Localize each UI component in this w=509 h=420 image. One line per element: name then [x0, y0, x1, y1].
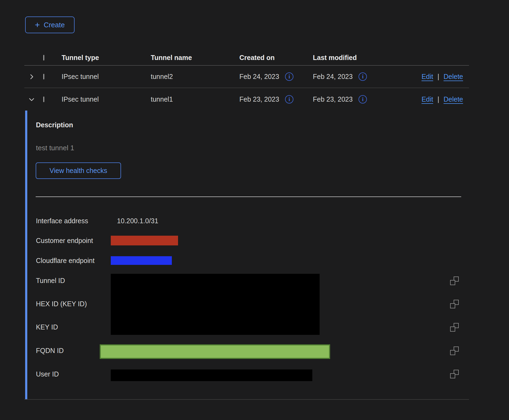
cell-tunnel-name: tunnel2 — [151, 73, 239, 81]
copy-icon-front — [450, 373, 455, 378]
hex-id-label: HEX ID (KEY ID) — [36, 299, 87, 308]
copy-icon-front — [450, 280, 455, 285]
header-tunnel-name: Tunnel name — [151, 54, 239, 62]
copy-icon-front — [450, 350, 455, 355]
header-tunnel-type: Tunnel type — [62, 54, 151, 62]
copy-icon[interactable] — [450, 323, 459, 332]
row-checkbox[interactable] — [43, 96, 44, 102]
tunnel-id-label: Tunnel ID — [36, 276, 65, 285]
cloudflare-endpoint-redacted-value — [111, 256, 172, 265]
table-row: IPsec tunnel tunnel2 Feb 24, 2023 i Feb … — [24, 66, 469, 88]
description-value: test tunnel 1 — [36, 144, 74, 152]
action-separator: | — [437, 73, 439, 81]
view-health-checks-button[interactable]: View health checks — [36, 162, 121, 179]
view-health-checks-label: View health checks — [49, 167, 107, 175]
fqdn-id-label: FQDN ID — [36, 346, 64, 355]
select-all-checkbox[interactable] — [43, 55, 44, 61]
copy-icon[interactable] — [450, 346, 459, 355]
copy-icon[interactable] — [450, 370, 459, 378]
copy-icon-front — [450, 303, 455, 308]
description-label: Description — [36, 121, 73, 129]
table-row: IPsec tunnel tunnel1 Feb 23, 2023 i Feb … — [24, 88, 469, 111]
ids-redacted-value — [111, 274, 320, 335]
interface-address-value: 10.200.1.0/31 — [117, 216, 158, 225]
expanded-row-panel: Description test tunnel 1 View health ch… — [24, 111, 469, 400]
delete-link[interactable]: Delete — [444, 95, 463, 103]
panel-divider — [36, 196, 461, 197]
table-header-row: Tunnel type Tunnel name Created on Last … — [24, 50, 469, 66]
copy-icon[interactable] — [450, 276, 459, 285]
fqdn-id-redacted-value — [100, 344, 330, 359]
create-button-label: Create — [44, 21, 65, 29]
copy-icon[interactable] — [450, 300, 459, 308]
tunnels-table: Tunnel type Tunnel name Created on Last … — [24, 50, 469, 400]
cell-last-modified: Feb 24, 2023 — [313, 73, 353, 81]
customer-endpoint-redacted-value — [111, 236, 178, 245]
edit-link[interactable]: Edit — [421, 73, 433, 81]
chevron-right-icon[interactable] — [24, 73, 43, 80]
header-last-modified: Last modified — [313, 54, 413, 62]
chevron-down-icon[interactable] — [24, 96, 43, 103]
user-id-label: User ID — [36, 370, 59, 378]
cell-created-on: Feb 23, 2023 — [239, 95, 279, 103]
info-icon[interactable]: i — [359, 72, 367, 81]
delete-link[interactable]: Delete — [444, 73, 463, 81]
cell-last-modified: Feb 23, 2023 — [313, 95, 353, 103]
edit-link[interactable]: Edit — [421, 95, 433, 103]
info-icon[interactable]: i — [285, 72, 293, 81]
info-icon[interactable]: i — [285, 95, 293, 104]
cell-tunnel-type: IPsec tunnel — [62, 95, 151, 103]
copy-icon-front — [450, 326, 455, 332]
row-checkbox[interactable] — [43, 74, 44, 79]
plus-icon: + — [35, 21, 40, 29]
cloudflare-endpoint-label: Cloudflare endpoint — [36, 256, 95, 265]
create-button[interactable]: + Create — [25, 16, 75, 33]
key-id-label: KEY ID — [36, 323, 58, 331]
cell-tunnel-type: IPsec tunnel — [62, 73, 151, 81]
cell-created-on: Feb 24, 2023 — [239, 73, 279, 81]
info-icon[interactable]: i — [359, 95, 367, 104]
header-created-on: Created on — [239, 54, 313, 62]
customer-endpoint-label: Customer endpoint — [36, 236, 93, 245]
cell-tunnel-name: tunnel1 — [151, 95, 239, 103]
user-id-redacted-value — [111, 369, 312, 381]
action-separator: | — [437, 95, 439, 103]
expansion-accent-bar — [25, 111, 27, 399]
interface-address-label: Interface address — [36, 216, 88, 225]
